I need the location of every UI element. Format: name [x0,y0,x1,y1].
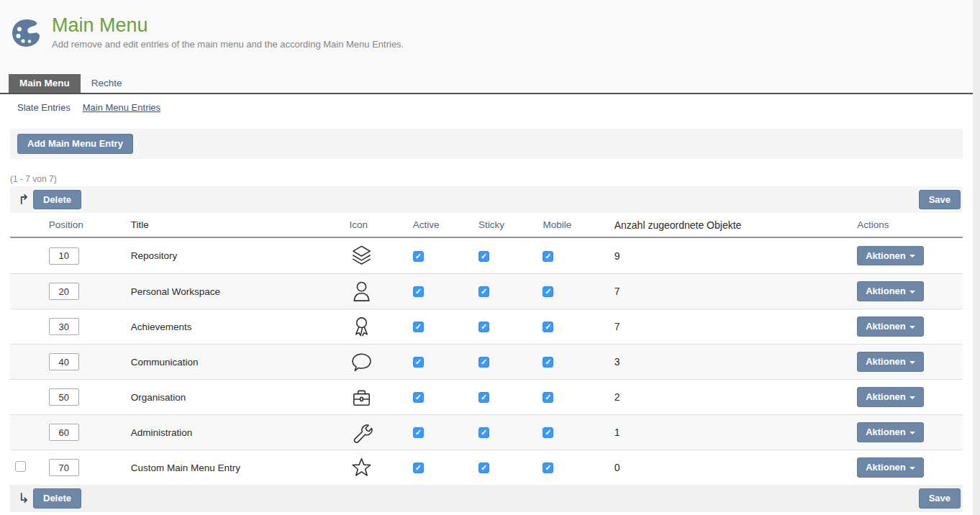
mobile-checkbox[interactable] [543,392,553,403]
mobile-checkbox[interactable] [543,286,553,297]
active-checkbox[interactable] [413,427,424,438]
column-header-count: Anzahl zugeordnete Objekte [614,219,857,231]
active-checkbox[interactable] [413,251,424,262]
main-menu-table: Position Title Icon Active Sticky Mobile… [10,213,963,485]
palette-icon [10,17,42,49]
mobile-checkbox[interactable] [543,251,553,262]
row-title: Organisation [131,392,350,403]
subtab-bar: Slate Entries Main Menu Entries [0,94,973,119]
actions-dropdown-button[interactable]: Aktionen [857,246,924,266]
row-title: Custom Main Menu Entry [131,462,350,473]
assigned-objects-count: 2 [614,391,857,403]
chevron-down-icon [909,326,915,329]
apply-below-arrow-icon: ↱ [14,193,33,206]
assigned-objects-count: 3 [614,356,857,368]
column-header-actions: Actions [857,219,963,230]
assigned-objects-count: 9 [614,250,857,262]
tab-rechte[interactable]: Rechte [81,74,133,93]
sticky-checkbox[interactable] [478,251,489,262]
table-row: Achievements 7 Aktionen [10,309,963,344]
chevron-down-icon [909,255,915,258]
chevron-down-icon [909,396,915,399]
actions-dropdown-label: Aktionen [866,391,906,402]
active-checkbox[interactable] [413,392,424,403]
sticky-checkbox[interactable] [478,462,489,473]
position-input[interactable] [49,459,79,476]
actions-dropdown-label: Aktionen [866,462,906,473]
row-title: Achievements [131,322,350,332]
table-row: Personal Workspace 7 Aktionen [10,273,963,309]
table-toolbar-top: ↱ Delete Save [10,186,963,214]
sticky-checkbox[interactable] [478,392,489,403]
sticky-checkbox[interactable] [478,357,489,368]
assigned-objects-count: 7 [614,321,857,332]
row-title: Administration [131,427,350,438]
subtab-slate-entries[interactable]: Slate Entries [17,102,71,113]
column-header-title: Title [131,219,350,230]
layers-icon [349,243,374,268]
column-header-position: Position [49,219,131,230]
actions-dropdown-label: Aktionen [866,286,906,296]
active-checkbox[interactable] [413,322,424,332]
star-icon [349,455,374,480]
pagination-top: (1 - 7 von 7) [10,174,963,184]
table-row: Organisation 2 Aktionen [10,379,963,414]
assigned-objects-count: 7 [614,286,857,297]
position-input[interactable] [49,424,79,441]
column-header-icon: Icon [349,219,412,230]
table-row: Repository 9 Aktionen [10,238,963,273]
mobile-checkbox[interactable] [543,427,553,438]
position-input[interactable] [49,353,79,370]
table-row: Administration 1 Aktionen [10,414,963,450]
actions-dropdown-label: Aktionen [866,356,906,367]
mobile-checkbox[interactable] [543,357,553,368]
add-main-menu-entry-button[interactable]: Add Main Menu Entry [17,134,133,154]
wrench-icon [349,420,374,445]
position-input[interactable] [49,318,79,335]
row-title: Repository [131,250,350,261]
page-title: Main Menu [52,14,404,37]
briefcase-icon [349,385,374,410]
mobile-checkbox[interactable] [543,462,553,473]
column-header-sticky: Sticky [478,219,543,230]
save-button-bottom[interactable]: Save [919,488,961,509]
chevron-down-icon [909,432,915,434]
user-icon [349,279,374,304]
sticky-checkbox[interactable] [478,322,489,332]
actions-dropdown-button[interactable]: Aktionen [857,457,924,478]
position-input[interactable] [49,388,79,406]
sticky-checkbox[interactable] [478,427,489,438]
active-checkbox[interactable] [413,286,424,297]
position-input[interactable] [49,283,79,300]
mobile-checkbox[interactable] [543,322,553,332]
position-input[interactable] [49,247,79,265]
delete-button-top[interactable]: Delete [33,190,81,210]
action-toolbar: Add Main Menu Entry [10,129,963,159]
page-header: Main Menu Add remove and edit entries of… [0,0,973,74]
delete-button-bottom[interactable]: Delete [33,488,81,509]
chevron-down-icon [909,361,915,364]
actions-dropdown-button[interactable]: Aktionen [857,352,924,372]
subtab-main-menu-entries[interactable]: Main Menu Entries [83,102,160,113]
actions-dropdown-button[interactable]: Aktionen [857,422,924,442]
actions-dropdown-label: Aktionen [866,427,906,437]
row-select-checkbox[interactable] [15,461,26,472]
table-toolbar-bottom: ↳ Delete Save [10,485,963,512]
save-button-top[interactable]: Save [919,190,961,210]
table-header-row: Position Title Icon Active Sticky Mobile… [10,213,963,238]
actions-dropdown-button[interactable]: Aktionen [857,387,924,407]
table-row: Custom Main Menu Entry 0 Aktionen [10,450,963,485]
active-checkbox[interactable] [413,462,424,473]
speech-bubble-icon [349,350,374,375]
main-content: Main Menu Add remove and edit entries of… [0,0,973,515]
sticky-checkbox[interactable] [478,286,489,297]
actions-dropdown-button[interactable]: Aktionen [857,281,924,301]
tab-main-menu[interactable]: Main Menu [9,74,81,93]
active-checkbox[interactable] [413,357,424,368]
actions-dropdown-label: Aktionen [866,321,906,332]
tab-bar: Main Menu Rechte [0,74,973,94]
column-header-active: Active [413,219,478,230]
table-body: Repository 9 Aktionen Personal Workspace [10,238,963,485]
actions-dropdown-button[interactable]: Aktionen [857,316,924,337]
table-row: Communication 3 Aktionen [10,344,963,379]
